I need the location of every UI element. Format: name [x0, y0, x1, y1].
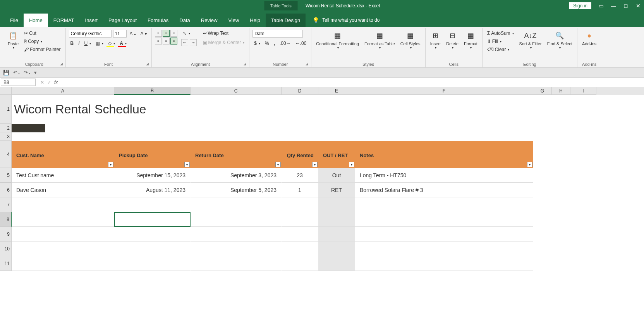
clear-button[interactable]: ⌫Clear▾	[486, 46, 515, 53]
table-cell[interactable]: Borrowed Solara Flare # 3	[355, 183, 533, 197]
row-header-1[interactable]: 1	[0, 95, 12, 124]
table-cell[interactable]: 23	[282, 168, 318, 183]
conditional-formatting-button[interactable]: ▦Conditional Formatting▾	[314, 30, 361, 50]
formula-input[interactable]	[64, 78, 644, 87]
font-name-select[interactable]	[69, 30, 112, 38]
number-format-select[interactable]	[252, 30, 303, 38]
merge-center-button[interactable]: ▣Merge & Center▾	[201, 39, 246, 46]
percent-button[interactable]: %	[263, 40, 271, 47]
addins-button[interactable]: ●Add-ins	[580, 30, 598, 47]
ribbon-display-icon[interactable]: ▭	[598, 3, 604, 9]
tab-insert[interactable]: Insert	[80, 14, 103, 27]
filter-icon[interactable]: ▾	[312, 162, 318, 167]
fill-color-button[interactable]: ◇▾	[106, 40, 117, 47]
align-right-icon[interactable]: ≡	[170, 38, 177, 45]
align-bottom-icon[interactable]: ≡	[170, 30, 177, 37]
redo-icon[interactable]: ↷▾	[24, 70, 30, 75]
row-header-6[interactable]: 6	[0, 183, 12, 197]
fx-icon[interactable]: fx	[54, 80, 60, 85]
tab-data[interactable]: Data	[174, 14, 195, 27]
tell-me-search[interactable]: 💡 Tell me what you want to do	[313, 13, 380, 27]
tab-file[interactable]: File	[5, 14, 24, 27]
comma-button[interactable]: ,	[272, 40, 276, 47]
cell-A2[interactable]	[12, 124, 45, 132]
customize-qat-icon[interactable]: ▾	[34, 70, 37, 75]
format-as-table-button[interactable]: ▦Format as Table▾	[363, 30, 397, 50]
col-header-I[interactable]: I	[570, 87, 596, 95]
tab-format[interactable]: FORMAT	[48, 14, 80, 27]
format-painter-button[interactable]: 🖌Format Painter	[22, 46, 62, 53]
table-cell[interactable]: Long Term - HT750	[355, 168, 533, 183]
tab-view[interactable]: View	[223, 14, 244, 27]
delete-cells-button[interactable]: ⊟Delete▾	[445, 30, 460, 50]
filter-icon[interactable]: ▾	[108, 162, 113, 167]
row-header-5[interactable]: 5	[0, 168, 12, 183]
paste-button[interactable]: 📋 Paste▾	[6, 30, 20, 50]
increase-decimal-icon[interactable]: .00→	[278, 40, 292, 47]
decrease-font-icon[interactable]: A▾	[139, 30, 148, 37]
table-cell[interactable]: Dave Cason	[12, 183, 114, 197]
col-header-G[interactable]: G	[533, 87, 552, 95]
filter-icon[interactable]: ▾	[349, 162, 354, 167]
enter-icon[interactable]: ✓	[47, 80, 51, 85]
dialog-launcher-icon[interactable]: ◢	[146, 62, 151, 67]
th-outret[interactable]: OUT / RET▾	[318, 141, 355, 168]
dialog-launcher-icon[interactable]: ◢	[60, 62, 65, 67]
format-cells-button[interactable]: ▦Format▾	[462, 30, 479, 50]
row-header-11[interactable]: 11	[0, 256, 12, 271]
sort-filter-button[interactable]: A↓ZSort & Filter▾	[518, 30, 543, 50]
close-icon[interactable]: ✕	[635, 3, 641, 9]
cancel-icon[interactable]: ✕	[40, 80, 44, 85]
tab-formulas[interactable]: Formulas	[142, 14, 174, 27]
increase-indent-icon[interactable]: ⇥	[190, 39, 197, 46]
sheet-title[interactable]: Wicom Rental Schedlue	[12, 95, 533, 124]
col-header-B[interactable]: B	[114, 87, 191, 95]
autosum-button[interactable]: ΣAutoSum▾	[486, 30, 515, 37]
minimize-icon[interactable]: —	[611, 3, 616, 9]
align-top-icon[interactable]: ≡	[155, 30, 162, 37]
sign-in-button[interactable]: Sign in	[569, 2, 591, 9]
maximize-icon[interactable]: □	[623, 3, 629, 9]
dialog-launcher-icon[interactable]: ◢	[306, 62, 310, 67]
find-select-button[interactable]: 🔍Find & Select▾	[546, 30, 574, 50]
row-header-8[interactable]: 8	[0, 212, 12, 227]
th-return[interactable]: Return Date▾	[191, 141, 282, 168]
row-header-4[interactable]: 4	[0, 141, 12, 168]
th-cust-name[interactable]: Cust. Name▾	[12, 141, 114, 168]
align-left-icon[interactable]: ≡	[155, 38, 162, 45]
undo-icon[interactable]: ↶▾	[13, 70, 20, 75]
table-cell[interactable]: 1	[282, 183, 318, 197]
dialog-launcher-icon[interactable]: ◢	[244, 62, 248, 67]
filter-icon[interactable]: ▾	[184, 162, 190, 167]
filter-icon[interactable]: ▾	[275, 162, 281, 167]
cell-styles-button[interactable]: ▦Cell Styles▾	[399, 30, 422, 50]
col-header-F[interactable]: F	[355, 87, 533, 95]
th-qty[interactable]: Qty Rented▾	[282, 141, 318, 168]
tab-tabledesign[interactable]: Table Design	[266, 14, 306, 27]
select-all-corner[interactable]	[0, 87, 12, 95]
col-header-E[interactable]: E	[318, 87, 355, 95]
wrap-text-button[interactable]: ↩Wrap Text	[201, 30, 246, 37]
table-cell[interactable]: September 5, 2023	[191, 183, 282, 197]
decrease-decimal-icon[interactable]: ←.00	[294, 40, 308, 47]
row-header-3[interactable]: 3	[0, 132, 12, 141]
increase-font-icon[interactable]: A▴	[128, 30, 137, 37]
font-size-select[interactable]	[113, 30, 127, 38]
fill-button[interactable]: ⬇Fill▾	[486, 38, 515, 45]
insert-cells-button[interactable]: ⊞Insert▾	[429, 30, 443, 50]
italic-button[interactable]: I	[77, 40, 81, 47]
col-header-A[interactable]: A	[12, 87, 114, 95]
th-notes[interactable]: Notes▾	[355, 141, 533, 168]
tab-review[interactable]: Review	[196, 14, 223, 27]
borders-button[interactable]: ▦▾	[94, 40, 105, 47]
tab-home[interactable]: Home	[24, 14, 48, 27]
row-header-9[interactable]: 9	[0, 227, 12, 241]
table-cell[interactable]: RET	[318, 183, 355, 197]
filter-icon[interactable]: ▾	[527, 162, 532, 167]
tab-pagelayout[interactable]: Page Layout	[103, 14, 142, 27]
col-header-H[interactable]: H	[552, 87, 570, 95]
table-cell[interactable]: September 15, 2023	[114, 168, 191, 183]
col-header-C[interactable]: C	[191, 87, 282, 95]
name-box[interactable]: B8	[1, 79, 36, 86]
cut-button[interactable]: ✂Cut	[22, 30, 62, 37]
